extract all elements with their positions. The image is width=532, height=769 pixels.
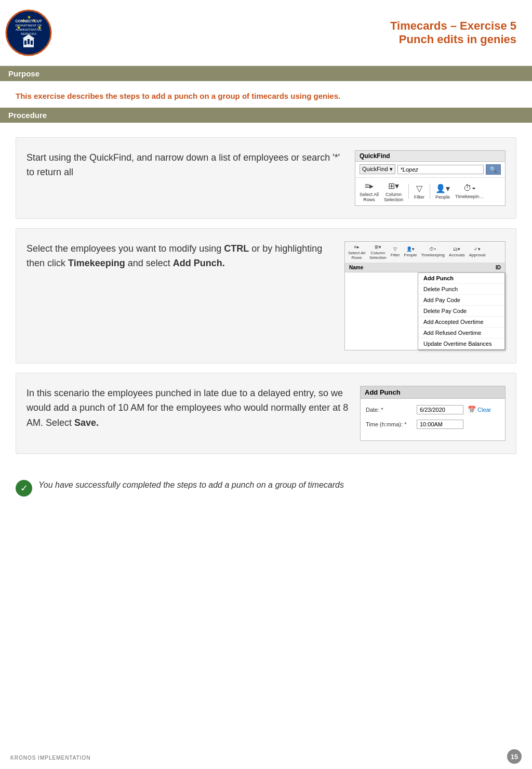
step3-ui: Add Punch Date: * 📅 Clear Time (h:mma): … — [360, 386, 506, 441]
time-input[interactable] — [417, 420, 463, 429]
step1-box: Start using the QuickFind, and narrow do… — [16, 137, 516, 219]
tk-accruals[interactable]: 🗂▾ Accruals — [449, 246, 465, 257]
toolbar-filter[interactable]: ▽ Filter — [414, 184, 424, 200]
step2-ui: ≡▸ Select AllRows ⊞▾ ColumnSelection ▽ F… — [344, 241, 506, 350]
footer: KRONOS IMPLEMENTATION — [10, 755, 91, 761]
title-line1: Timecards – Exercise 5 — [390, 19, 516, 33]
company-name: KRONOS IMPLEMENTATION — [10, 755, 91, 761]
success-section: ✓ You have successfully completed the st… — [16, 474, 516, 502]
column-selection-icon: ⊞▾ — [388, 181, 399, 191]
svg-text:★: ★ — [37, 25, 42, 30]
menu-delete-punch[interactable]: Delete Punch — [418, 284, 504, 295]
svg-text:★: ★ — [17, 25, 21, 30]
quickfind-toolbar: ≡▸ Select AllRows ⊞▾ ColumnSelection ▽ F… — [355, 178, 505, 205]
svg-rect-9 — [31, 41, 33, 45]
toolbar-people[interactable]: 👤▾ People — [435, 184, 450, 200]
step2-text: Select the employees you want to modify … — [26, 241, 334, 271]
title-line2: Punch edits in genies — [390, 33, 516, 46]
time-label: Time (h:mma): * — [366, 421, 413, 427]
menu-delete-pay-code[interactable]: Delete Pay Code — [418, 306, 504, 317]
tk-people-icon: 👤▾ — [406, 246, 415, 252]
quickfind-title: QuickFind — [355, 151, 505, 162]
date-input[interactable] — [417, 405, 463, 414]
people-icon: 👤▾ — [435, 184, 450, 193]
select-all-icon: ≡▸ — [365, 181, 374, 191]
add-punch-title: Add Punch — [361, 386, 505, 399]
page-number: 15 — [507, 749, 522, 764]
svg-rect-8 — [24, 41, 26, 45]
svg-text:★: ★ — [22, 18, 25, 22]
tk-timekeeping-btn[interactable]: ⏱▾ Timekeeping — [421, 246, 445, 257]
quickfind-box: QuickFind QuickFind ▾ 🔍 ≡▸ Select AllRow… — [355, 150, 506, 206]
menu-add-punch[interactable]: Add Punch — [418, 273, 504, 284]
quickfind-input[interactable] — [397, 165, 484, 174]
purpose-bar: Purpose — [0, 66, 532, 81]
tk-column-icon: ⊞▾ — [375, 244, 381, 250]
menu-add-refused-ot[interactable]: Add Refused Overtime — [418, 328, 504, 338]
tk-filter[interactable]: ▽ Filter — [391, 246, 400, 257]
tk-toolbar: ≡▸ Select AllRows ⊞▾ ColumnSelection ▽ F… — [345, 242, 505, 263]
filter-icon: ▽ — [416, 184, 422, 193]
header-title: Timecards – Exercise 5 Punch edits in ge… — [390, 19, 516, 46]
svg-rect-7 — [28, 39, 30, 44]
procedure-section: Start using the QuickFind, and narrow do… — [0, 123, 532, 468]
checkmark-icon: ✓ — [20, 483, 28, 494]
tk-select-all-icon: ≡▸ — [354, 244, 359, 250]
svg-text:★: ★ — [27, 15, 31, 20]
step3-text: In this scenario the employees punched i… — [26, 386, 350, 431]
tk-column-sel[interactable]: ⊞▾ ColumnSelection — [369, 244, 387, 260]
step1-text: Start using the QuickFind, and narrow do… — [26, 150, 344, 180]
success-text: You have successfully completed the step… — [38, 479, 344, 491]
tk-approval-icon: ✓▾ — [474, 246, 481, 252]
tk-filter-icon: ▽ — [393, 246, 397, 252]
header: CONNECTICUT DEPARTMENT OF ADMINISTRATIVE… — [0, 0, 532, 66]
svg-text:★: ★ — [32, 18, 35, 22]
quickfind-search-button[interactable]: 🔍 — [486, 164, 501, 175]
timekeeping-icon: ⏱▾ — [463, 184, 476, 193]
tk-select-all[interactable]: ≡▸ Select AllRows — [348, 244, 365, 260]
toolbar-column-selection[interactable]: ⊞▾ ColumnSelection — [384, 181, 403, 202]
clear-button[interactable]: 📅 Clear — [468, 406, 491, 413]
ct-logo: CONNECTICUT DEPARTMENT OF ADMINISTRATIVE… — [5, 9, 52, 56]
calendar-icon: 📅 — [468, 406, 476, 413]
tk-people[interactable]: 👤▾ People — [404, 246, 417, 257]
purpose-section: This exercise describes the steps to add… — [0, 81, 532, 108]
svg-text:CONNECTICUT: CONNECTICUT — [16, 19, 43, 23]
time-row: Time (h:mma): * — [366, 420, 500, 429]
purpose-text: This exercise describes the steps to add… — [16, 90, 516, 102]
timekeeping-box: ≡▸ Select AllRows ⊞▾ ColumnSelection ▽ F… — [344, 241, 506, 350]
quickfind-row: QuickFind ▾ 🔍 — [355, 162, 505, 178]
search-icon: 🔍 — [489, 166, 497, 173]
toolbar-divider1 — [408, 184, 409, 199]
toolbar-select-all[interactable]: ≡▸ Select AllRows — [360, 181, 379, 202]
toolbar-divider2 — [430, 184, 430, 199]
tk-timekeeping-icon: ⏱▾ — [429, 246, 436, 252]
date-row: Date: * 📅 Clear — [366, 405, 500, 414]
quickfind-dropdown-label: QuickFind ▾ — [362, 166, 393, 173]
add-punch-form: Date: * 📅 Clear Time (h:mma): * — [361, 399, 505, 440]
col-name-header: Name — [349, 265, 480, 270]
menu-update-ot-balances[interactable]: Update Overtime Balances — [418, 338, 504, 349]
step3-box: In this scenario the employees punched i… — [16, 373, 516, 454]
add-punch-box: Add Punch Date: * 📅 Clear Time (h:mma): … — [360, 386, 506, 441]
tk-accruals-icon: 🗂▾ — [453, 246, 460, 252]
step2-box: Select the employees you want to modify … — [16, 228, 516, 363]
menu-add-pay-code[interactable]: Add Pay Code — [418, 295, 504, 306]
tk-approval[interactable]: ✓▾ Approval — [469, 246, 486, 257]
tk-table-header: Name ID — [345, 263, 505, 272]
step1-ui: QuickFind QuickFind ▾ 🔍 ≡▸ Select AllRow… — [355, 150, 506, 206]
date-label: Date: * — [366, 407, 413, 413]
menu-add-accepted-ot[interactable]: Add Accepted Overtime — [418, 317, 504, 328]
quickfind-dropdown[interactable]: QuickFind ▾ — [360, 164, 395, 174]
procedure-bar: Procedure — [0, 108, 532, 123]
timekeeping-dropdown-menu: Add Punch Delete Punch Add Pay Code Dele… — [418, 272, 505, 350]
success-icon: ✓ — [16, 480, 32, 497]
col-id-header: ID — [480, 265, 501, 270]
toolbar-timekeeping[interactable]: ⏱▾ Timekeepin… — [455, 184, 484, 199]
